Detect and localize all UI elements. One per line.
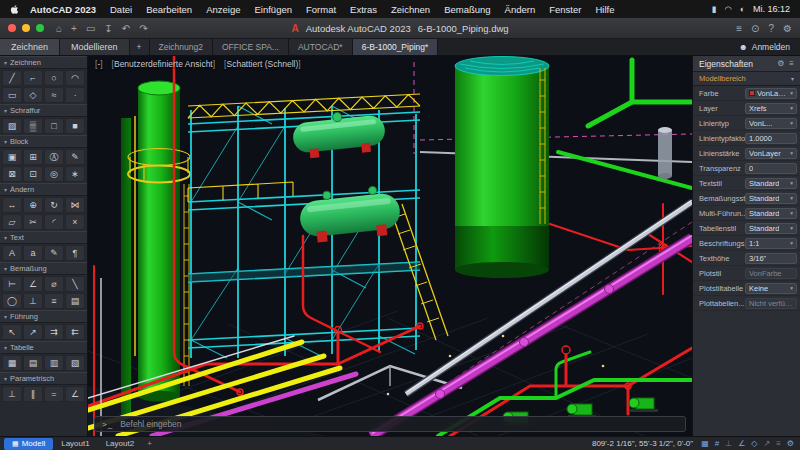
palette-section-ändern[interactable]: ▾Ändern	[0, 183, 87, 196]
ordinate-dim-tool-icon[interactable]: ⊥	[23, 293, 43, 309]
new-icon[interactable]: +	[71, 23, 77, 34]
open-icon[interactable]: ▭	[86, 23, 95, 34]
text-style-tool-icon[interactable]: ¶	[65, 245, 85, 261]
fillet-tool-icon[interactable]: ◜	[44, 214, 64, 230]
add-leader-tool-icon[interactable]: ↗	[23, 324, 43, 340]
menu-bemaßung[interactable]: Bemaßung	[437, 4, 497, 15]
file-tab-office-spa[interactable]: OFFICE SPA...	[213, 39, 289, 55]
property-value-bemaßungsstil[interactable]: Standard▾	[745, 193, 797, 204]
gear-icon[interactable]: ⚙	[777, 59, 784, 68]
menu-zeichnen[interactable]: Zeichnen	[384, 4, 437, 15]
coordinates-display[interactable]: 809'-2 1/16", 55'-3 1/2", 0'-0"	[592, 439, 693, 448]
property-value-linienstärke[interactable]: VonLayer▾	[745, 148, 797, 159]
table-edit-tool-icon[interactable]: ▧	[65, 355, 85, 371]
settings-icon[interactable]: ⚙	[783, 23, 792, 34]
new-tab-button[interactable]: +	[130, 39, 150, 55]
otrack-icon[interactable]: ↗	[763, 439, 770, 448]
wifi-icon[interactable]: ◠	[724, 4, 731, 14]
multileader-tool-icon[interactable]: ↖	[2, 324, 22, 340]
line-tool-icon[interactable]: ╱	[2, 70, 22, 86]
close-button[interactable]	[8, 24, 16, 32]
menu-autocad-2023[interactable]: AutoCAD 2023	[23, 4, 103, 15]
space-selector[interactable]: Modellbereich ▾	[693, 72, 800, 86]
radius-dim-tool-icon[interactable]: ◯	[2, 293, 22, 309]
trim-tool-icon[interactable]: ✂	[23, 214, 43, 230]
property-value-tabellenstil[interactable]: Standard▾	[745, 223, 797, 234]
rotate-tool-icon[interactable]: ↻	[44, 197, 64, 213]
scale-tool-icon[interactable]: ▱	[2, 214, 22, 230]
collect-leaders-tool-icon[interactable]: ⇇	[65, 324, 85, 340]
property-value-linientypfaktor[interactable]: 1.0000	[745, 133, 797, 144]
polyline-tool-icon[interactable]: ⌐	[23, 70, 43, 86]
layout-tab-layout2[interactable]: Layout2	[98, 437, 142, 450]
arc-tool-icon[interactable]: ◠	[65, 70, 85, 86]
add-layout-button[interactable]: +	[142, 437, 157, 450]
help-icon[interactable]: ?	[768, 23, 774, 34]
hatch-tool-icon[interactable]: ▨	[2, 118, 22, 134]
ortho-icon[interactable]: ⊥	[725, 439, 732, 448]
aligned-dim-tool-icon[interactable]: ╲	[65, 276, 85, 292]
lineweight-icon[interactable]: ≡	[776, 439, 781, 448]
move-tool-icon[interactable]: ↔	[2, 197, 22, 213]
view-control[interactable]: Benutzerdefinierte Ansicht	[112, 59, 216, 69]
save-icon[interactable]: ↧	[104, 23, 112, 34]
palette-section-zeichnen[interactable]: ▾Zeichnen	[0, 56, 87, 69]
solid-fill-tool-icon[interactable]: ■	[65, 118, 85, 134]
property-value-layer[interactable]: Xrefs▾	[745, 103, 797, 114]
snap-icon[interactable]: #	[715, 439, 719, 448]
block-editor-tool-icon[interactable]: ✎	[65, 149, 85, 165]
palette-section-tabelle[interactable]: ▾Tabelle	[0, 341, 87, 354]
baseline-dim-tool-icon[interactable]: ≡	[44, 293, 64, 309]
perpendicular-constraint-tool-icon[interactable]: ⊥	[2, 386, 22, 402]
group-tool-icon[interactable]: ⊡	[23, 166, 43, 182]
battery-icon[interactable]: ▮	[712, 4, 717, 14]
dim-style-tool-icon[interactable]: ▤	[65, 293, 85, 309]
palette-tab-zeichnen[interactable]: Zeichnen	[0, 39, 60, 55]
file-tab-autocad[interactable]: AUTOCAD*	[289, 39, 353, 55]
grid-icon[interactable]: ▦	[701, 439, 709, 448]
menu-bearbeiten[interactable]: Bearbeiten	[139, 4, 199, 15]
menu-anzeige[interactable]: Anzeige	[199, 4, 247, 15]
diameter-dim-tool-icon[interactable]: ⌀	[44, 276, 64, 292]
home-icon[interactable]: ⌂	[56, 23, 62, 34]
layout-tab-layout1[interactable]: Layout1	[53, 437, 97, 450]
gradient-tool-icon[interactable]: ▒	[23, 118, 43, 134]
palette-section-führung[interactable]: ▾Führung	[0, 310, 87, 323]
sign-in-button[interactable]: ☻ Anmelden	[729, 39, 800, 55]
menu-fenster[interactable]: Fenster	[542, 4, 588, 15]
polygon-tool-icon[interactable]: ◇	[23, 87, 43, 103]
attribute-tool-icon[interactable]: Ⓐ	[44, 149, 64, 165]
explode-tool-icon[interactable]: ∗	[65, 166, 85, 182]
layout-tab-modell[interactable]: ▦Modell	[4, 438, 53, 450]
zoom-button[interactable]	[36, 24, 44, 32]
osnap-icon[interactable]: ◇	[751, 439, 757, 448]
palette-section-schraffur[interactable]: ▾Schraffur	[0, 104, 87, 117]
menu-extras[interactable]: Extras	[343, 4, 384, 15]
search-icon[interactable]: ⊙	[751, 23, 759, 34]
circle-tool-icon[interactable]: ○	[44, 70, 64, 86]
undo-icon[interactable]: ↶	[122, 23, 130, 34]
menu-format[interactable]: Format	[299, 4, 343, 15]
palette-section-block[interactable]: ▾Block	[0, 135, 87, 148]
write-block-tool-icon[interactable]: ⊠	[2, 166, 22, 182]
palette-section-parametrisch[interactable]: ▾Parametrisch	[0, 372, 87, 385]
menu-hilfe[interactable]: Hilfe	[588, 4, 621, 15]
mtext-tool-icon[interactable]: A	[2, 245, 22, 261]
property-value-plotstiltabelle[interactable]: Keine▾	[745, 283, 797, 294]
viewport-menu-button[interactable]: -	[95, 59, 103, 69]
boundary-tool-icon[interactable]: □	[44, 118, 64, 134]
control-center-icon[interactable]: ◐	[740, 4, 745, 14]
minimize-button[interactable]	[22, 24, 30, 32]
polar-icon[interactable]: ∠	[738, 439, 745, 448]
align-leaders-tool-icon[interactable]: ⇉	[44, 324, 64, 340]
visual-style-control[interactable]: Schattiert (Schnell)	[224, 59, 301, 69]
menu-datei[interactable]: Datei	[103, 4, 139, 15]
layers-icon[interactable]: ≡	[736, 23, 742, 34]
file-tab-zeichnung2[interactable]: Zeichnung2	[150, 39, 213, 55]
command-line[interactable]: >_ Befehl eingeben	[94, 416, 686, 432]
single-text-tool-icon[interactable]: a	[23, 245, 43, 261]
rectangle-tool-icon[interactable]: ▭	[2, 87, 22, 103]
copy-tool-icon[interactable]: ⊕	[23, 197, 43, 213]
drawing-canvas[interactable]: - Benutzerdefinierte Ansicht Schattiert …	[88, 56, 692, 436]
erase-tool-icon[interactable]: ×	[65, 214, 85, 230]
